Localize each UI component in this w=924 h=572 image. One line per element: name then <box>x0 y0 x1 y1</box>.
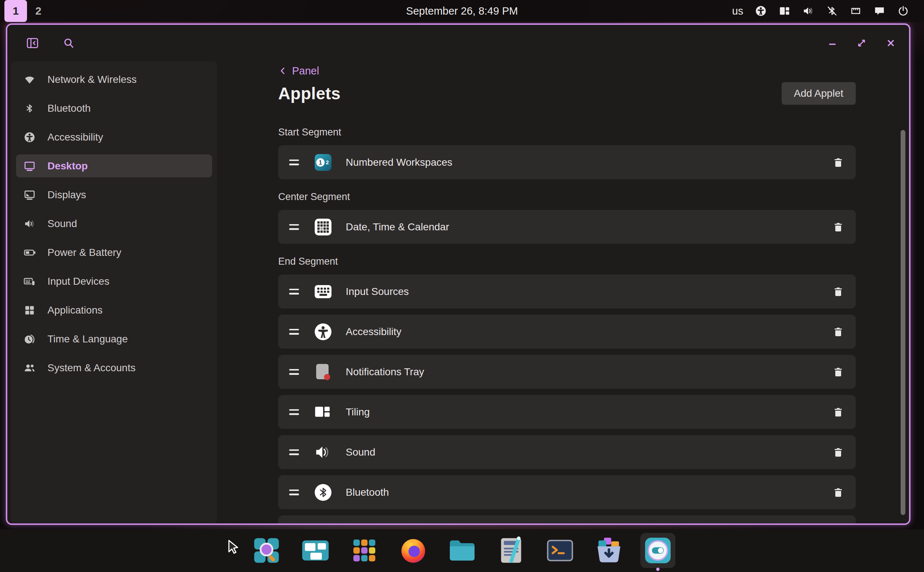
minimize-button-icon[interactable] <box>826 37 838 49</box>
keyboard-layout-indicator[interactable]: us <box>732 5 743 17</box>
clock-applet[interactable]: September 26, 8:49 PM <box>406 5 518 17</box>
drag-handle-icon[interactable] <box>289 409 299 415</box>
workspace-button-1[interactable]: 1 <box>5 0 27 22</box>
sidebar-nav: Network & WirelessBluetoothAccessibility… <box>11 61 217 524</box>
drag-handle-icon[interactable] <box>289 369 299 375</box>
search-icon[interactable] <box>62 36 75 50</box>
drag-handle-icon[interactable] <box>289 329 299 335</box>
sidebar-item-system-accounts[interactable]: System & Accounts <box>16 356 212 379</box>
sidebar-item-label: Bluetooth <box>47 103 90 114</box>
close-button-icon[interactable] <box>885 37 897 49</box>
trash-icon[interactable] <box>832 157 844 168</box>
app-store-icon <box>594 536 624 565</box>
back-link-label: Panel <box>292 65 319 77</box>
accessibility-applet-icon <box>314 323 332 340</box>
svg-text:1: 1 <box>319 159 322 165</box>
section-label-start-segment: Start Segment <box>278 126 856 138</box>
app-library-icon <box>350 536 379 565</box>
sidebar-item-label: Displays <box>47 189 86 201</box>
network-status-icon[interactable] <box>849 5 862 17</box>
status-area: us <box>732 5 924 17</box>
power-status-icon[interactable] <box>897 5 909 17</box>
dock-item-firefox[interactable] <box>396 533 431 568</box>
accessibility-status-icon[interactable] <box>754 5 767 17</box>
accessibility-circle-icon <box>23 131 36 143</box>
dock-item-settings[interactable] <box>640 533 675 568</box>
sidebar-toggle-icon[interactable] <box>26 36 39 50</box>
bluetooth-icon <box>23 102 36 115</box>
workspaces-icon <box>301 536 330 565</box>
applet-label: Numbered Workspaces <box>346 157 452 168</box>
notifications-status-icon[interactable] <box>873 5 886 17</box>
numbered-workspaces-icon: 12 <box>314 154 332 171</box>
applications-icon <box>23 304 36 317</box>
applet-label: Date, Time & Calendar <box>346 221 449 233</box>
back-link-panel[interactable]: Panel <box>278 64 319 78</box>
sidebar-item-label: Accessibility <box>47 131 103 143</box>
dock-item-launcher[interactable] <box>249 533 284 568</box>
section-label-end-segment: End Segment <box>278 255 856 267</box>
desktop-icon <box>23 160 36 172</box>
workspace-switcher: 12 <box>5 0 50 22</box>
sidebar-item-label: Time & Language <box>47 333 128 345</box>
system-accounts-icon <box>23 362 36 374</box>
sidebar-item-sound[interactable]: Sound <box>16 212 212 235</box>
sidebar-item-time-language[interactable]: Time & Language <box>16 328 212 350</box>
text-editor-icon <box>496 536 526 565</box>
drag-handle-icon[interactable] <box>289 224 299 230</box>
sidebar-item-label: Power & Battery <box>47 247 121 258</box>
applet-row-numbered-workspaces: 12Numbered Workspaces <box>278 145 856 179</box>
trash-icon[interactable] <box>832 446 844 458</box>
workspace-button-2[interactable]: 2 <box>27 0 50 22</box>
time-language-icon <box>23 333 36 345</box>
window-body: Network & WirelessBluetoothAccessibility… <box>7 61 909 524</box>
dock-item-app-store[interactable] <box>591 533 627 568</box>
trash-icon[interactable] <box>832 366 844 378</box>
bluetooth-disabled-status-icon[interactable] <box>826 5 838 17</box>
trash-icon[interactable] <box>832 221 844 233</box>
trash-icon[interactable] <box>832 286 844 297</box>
dock-item-app-library[interactable] <box>347 533 382 568</box>
applet-label: Sound <box>346 446 375 458</box>
add-applet-button[interactable]: Add Applet <box>782 82 856 105</box>
sidebar-item-accessibility[interactable]: Accessibility <box>16 126 212 149</box>
applet-label: Input Sources <box>346 286 409 297</box>
dock-item-terminal[interactable] <box>543 533 577 568</box>
tiling-applet-icon <box>314 403 332 421</box>
trash-icon[interactable] <box>832 406 844 418</box>
tiling-status-icon[interactable] <box>778 5 791 17</box>
drag-handle-icon[interactable] <box>289 490 299 495</box>
sidebar-item-displays[interactable]: Displays <box>16 183 212 206</box>
applet-sections: Start Segment12Numbered WorkspacesCenter… <box>278 126 856 509</box>
trash-icon[interactable] <box>832 487 844 498</box>
sidebar-item-power-battery[interactable]: Power & Battery <box>16 241 212 264</box>
drag-handle-icon[interactable] <box>289 289 299 295</box>
dock <box>0 529 924 572</box>
dock-item-text-editor[interactable] <box>493 533 529 568</box>
applet-row-tiling: Tiling <box>278 395 856 429</box>
scrollbar-thumb[interactable] <box>901 130 905 515</box>
svg-text:2: 2 <box>326 160 328 165</box>
applet-row-partial <box>278 515 856 525</box>
sound-status-icon[interactable] <box>802 5 815 17</box>
dock-item-files[interactable] <box>445 533 480 568</box>
title-row: Applets Add Applet <box>278 82 856 105</box>
applet-label: Notifications Tray <box>346 366 424 378</box>
sidebar-item-bluetooth[interactable]: Bluetooth <box>16 97 212 120</box>
sidebar-item-applications[interactable]: Applications <box>16 298 212 322</box>
applet-label: Bluetooth <box>346 487 389 498</box>
files-icon <box>448 536 477 565</box>
maximize-button-icon[interactable] <box>856 37 867 49</box>
sidebar-item-desktop[interactable]: Desktop <box>16 154 212 177</box>
wifi-icon <box>23 73 36 86</box>
sidebar-item-input-devices[interactable]: Input Devices <box>16 270 212 293</box>
notifications-icon <box>314 363 332 381</box>
speaker-applet-icon <box>314 443 332 461</box>
trash-icon[interactable] <box>832 326 844 338</box>
drag-handle-icon[interactable] <box>289 449 299 455</box>
sidebar-item-label: Desktop <box>47 160 88 172</box>
section-label-center-segment: Center Segment <box>278 190 856 203</box>
drag-handle-icon[interactable] <box>289 160 299 165</box>
sidebar-item-network-wireless[interactable]: Network & Wireless <box>16 68 212 91</box>
dock-item-workspaces[interactable] <box>298 533 333 568</box>
